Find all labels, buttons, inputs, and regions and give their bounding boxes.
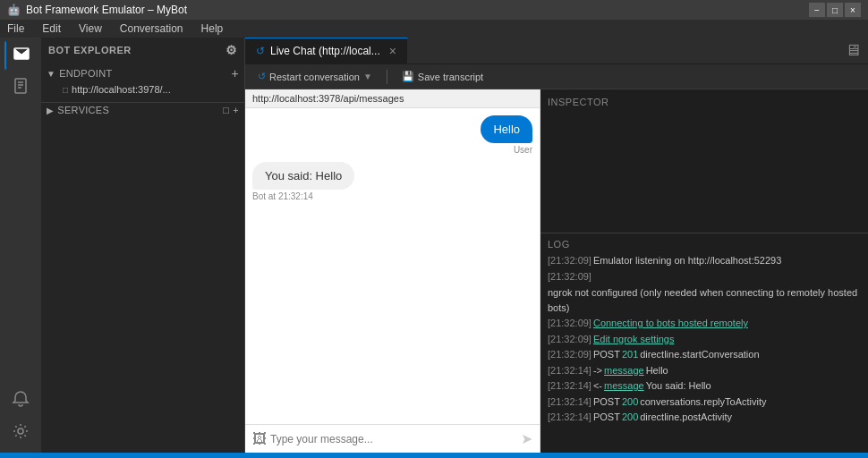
log-entry-4: [21:32:09] Edit ngrok settings bbox=[548, 332, 861, 347]
monitor-icon: 🖥 bbox=[845, 41, 861, 60]
svg-rect-1 bbox=[15, 79, 26, 93]
sidebar-services-section[interactable]: ▶ SERVICES □ + bbox=[41, 102, 244, 117]
icon-bar-chat[interactable] bbox=[4, 41, 37, 70]
save-label: Save transcript bbox=[418, 72, 483, 82]
log-time-2: [21:32:09] bbox=[548, 269, 591, 284]
log-link-message-6[interactable]: message bbox=[604, 363, 644, 378]
app-title: Bot Framework Emulator – MyBot bbox=[26, 4, 187, 16]
icon-bar bbox=[0, 38, 41, 453]
log-entry-3: [21:32:09] Connecting to bots hosted rem… bbox=[548, 316, 861, 331]
log-entry-2: [21:32:09] ngrok not configured (only ne… bbox=[548, 269, 861, 316]
log-area: LOG [21:32:09] Emulator listening on htt… bbox=[540, 233, 868, 447]
log-link-connecting[interactable]: Connecting to bots hosted remotely bbox=[593, 316, 748, 331]
content-area: ↺ Live Chat (http://local... × 🖥 ↺ Resta… bbox=[245, 38, 868, 453]
sidebar-gear-icon[interactable]: ⚙ bbox=[226, 43, 238, 57]
log-link-ngrok[interactable]: Edit ngrok settings bbox=[593, 332, 675, 347]
maximize-button[interactable]: □ bbox=[827, 3, 843, 17]
log-arrow-left-7: <- bbox=[593, 378, 602, 394]
log-entry-8: [21:32:14] POST 200 conversations.replyT… bbox=[548, 394, 861, 410]
log-code-5: 201 bbox=[622, 347, 638, 362]
message-incoming: You said: Hello Bot at 21:32:14 bbox=[252, 162, 354, 201]
chat-panel: http://localhost:3978/api/messages Hello… bbox=[245, 89, 540, 453]
services-label: SERVICES bbox=[57, 105, 109, 115]
menu-help[interactable]: Help bbox=[198, 22, 227, 35]
log-code-9: 200 bbox=[622, 410, 638, 425]
incoming-bubble: You said: Hello bbox=[252, 162, 354, 190]
menu-view[interactable]: View bbox=[75, 22, 106, 35]
log-entry-1: [21:32:09] Emulator listening on http://… bbox=[548, 253, 861, 268]
chat-url: http://localhost:3978/api/messages bbox=[252, 93, 404, 104]
outgoing-bubble: Hello bbox=[481, 115, 532, 143]
restart-label: Restart conversation bbox=[269, 72, 360, 82]
services-edit-icon[interactable]: □ bbox=[223, 105, 229, 115]
log-post-9: POST bbox=[593, 410, 620, 425]
outgoing-text: Hello bbox=[493, 123, 520, 136]
restart-conversation-button[interactable]: ↺ Restart conversation ▼ bbox=[252, 69, 378, 84]
tab-close-button[interactable]: × bbox=[389, 44, 396, 58]
icon-bar-settings[interactable] bbox=[4, 417, 37, 445]
log-code-8: 200 bbox=[622, 394, 638, 410]
log-text-1: Emulator listening on http://localhost:5… bbox=[593, 253, 781, 268]
log-arrow-right-6: -> bbox=[593, 363, 602, 378]
menu-file[interactable]: File bbox=[4, 22, 28, 35]
right-area: INSPECTOR LOG [21:32:09] Emulator listen… bbox=[540, 89, 868, 453]
tab-label: Live Chat (http://local... bbox=[270, 45, 380, 57]
log-entries: [21:32:09] Emulator listening on http://… bbox=[540, 253, 868, 447]
chat-input-area: 🖼 ➤ bbox=[245, 424, 540, 453]
save-icon: 💾 bbox=[402, 71, 414, 82]
chat-container: http://localhost:3978/api/messages Hello… bbox=[245, 89, 868, 453]
icon-bar-bottom bbox=[0, 385, 41, 453]
log-rest-9: directline.postActivity bbox=[640, 410, 732, 425]
chat-input[interactable] bbox=[270, 433, 517, 445]
tab-spinner-icon: ↺ bbox=[256, 45, 265, 57]
log-time-7: [21:32:14] bbox=[548, 378, 591, 394]
tab-bar-empty bbox=[408, 38, 838, 64]
save-transcript-button[interactable]: 💾 Save transcript bbox=[396, 69, 489, 84]
icon-bar-notification[interactable] bbox=[4, 385, 37, 413]
tab-bar: ↺ Live Chat (http://local... × 🖥 bbox=[245, 38, 868, 64]
sidebar-header: Bot Explorer ⚙ bbox=[41, 38, 244, 63]
log-entry-5: [21:32:09] POST 201 directline.startConv… bbox=[548, 347, 861, 362]
main-layout: Bot Explorer ⚙ ▼ ENDPOINT + □ http://loc… bbox=[0, 38, 868, 453]
monitor-icon-area: 🖥 bbox=[838, 38, 868, 64]
log-link-message-7[interactable]: message bbox=[604, 378, 644, 394]
log-entry-7: [21:32:14] <- message You said: Hello bbox=[548, 378, 861, 394]
endpoint-add-icon[interactable]: + bbox=[232, 66, 239, 81]
endpoint-url: http://localhost:3978/... bbox=[72, 84, 171, 95]
chat-url-bar: http://localhost:3978/api/messages bbox=[245, 89, 540, 108]
send-icon[interactable]: ➤ bbox=[521, 430, 532, 447]
restart-icon: ↺ bbox=[258, 71, 266, 82]
live-chat-tab[interactable]: ↺ Live Chat (http://local... × bbox=[245, 38, 408, 64]
log-rest-5: directline.startConversation bbox=[640, 347, 759, 362]
image-upload-icon[interactable]: 🖼 bbox=[252, 431, 267, 447]
endpoint-label: ENDPOINT bbox=[59, 68, 112, 79]
outgoing-sender: User bbox=[514, 145, 532, 155]
services-arrow-icon: ▶ bbox=[47, 106, 54, 115]
dropdown-arrow-icon[interactable]: ▼ bbox=[363, 72, 372, 81]
icon-bar-docs[interactable] bbox=[4, 72, 37, 100]
log-rest-8: conversations.replyToActivity bbox=[640, 394, 766, 410]
services-add-icon[interactable]: + bbox=[233, 105, 239, 115]
toolbar-separator bbox=[387, 70, 387, 84]
title-bar: 🤖 Bot Framework Emulator – MyBot − □ × bbox=[0, 0, 868, 20]
log-entry-6: [21:32:14] -> message Hello bbox=[548, 363, 861, 378]
chat-messages: Hello User You said: Hello Bot at 21:32:… bbox=[245, 108, 540, 424]
app-icon: 🤖 bbox=[7, 4, 21, 16]
sidebar-endpoint-item[interactable]: □ http://localhost:3978/... bbox=[41, 82, 244, 97]
log-time-6: [21:32:14] bbox=[548, 363, 591, 378]
log-time-5: [21:32:09] bbox=[548, 347, 591, 362]
log-post-8: POST bbox=[593, 394, 620, 410]
log-time-4: [21:32:09] bbox=[548, 332, 591, 347]
minimize-button[interactable]: − bbox=[809, 3, 825, 17]
log-label: LOG bbox=[540, 233, 868, 253]
endpoint-item-icon: □ bbox=[63, 85, 68, 95]
close-button[interactable]: × bbox=[845, 3, 861, 17]
log-rest-7: You said: Hello bbox=[646, 378, 711, 394]
menu-bar: File Edit View Conversation Help bbox=[0, 20, 868, 38]
sidebar-endpoint-header[interactable]: ▼ ENDPOINT + bbox=[41, 64, 244, 82]
menu-conversation[interactable]: Conversation bbox=[116, 22, 187, 35]
incoming-timestamp: Bot at 21:32:14 bbox=[252, 191, 313, 201]
sidebar-endpoint-section: ▼ ENDPOINT + □ http://localhost:3978/... bbox=[41, 63, 244, 98]
log-time-3: [21:32:09] bbox=[548, 316, 591, 331]
menu-edit[interactable]: Edit bbox=[38, 22, 64, 35]
